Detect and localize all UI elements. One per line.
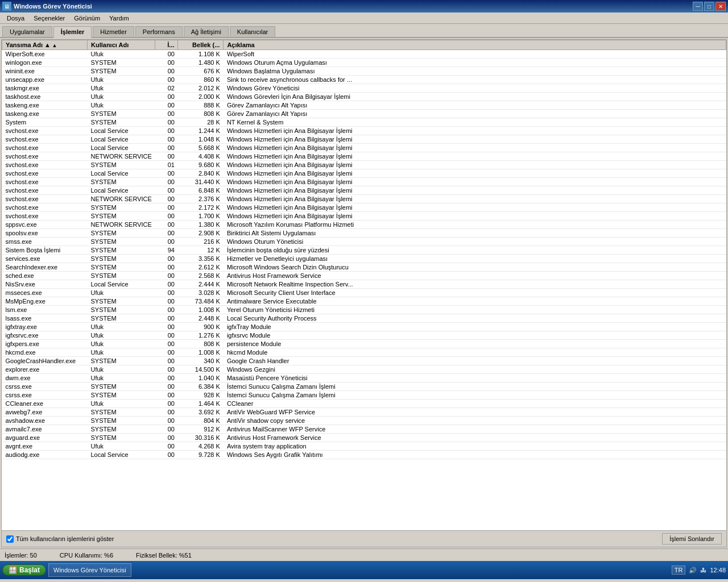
table-row[interactable]: avguard.exeSYSTEM0030.316 KAntivirus Hos…	[2, 434, 726, 442]
table-row[interactable]: explorer.exeUfuk0014.500 KWindows Gezgin…	[2, 365, 726, 374]
table-row[interactable]: taskeng.exeUfuk00888 KGörev Zamanlayıcı …	[2, 101, 726, 110]
cell-8-3: 28 K	[178, 118, 224, 127]
close-button[interactable]: ✕	[715, 2, 726, 11]
table-row[interactable]: igfxpers.exeUfuk00808 Kpersistence Modul…	[2, 340, 726, 348]
table-row[interactable]: dwm.exeUfuk001.040 KMasaüstü Pencere Yön…	[2, 374, 726, 383]
table-row[interactable]: svchost.exeLocal Service001.244 KWindows…	[2, 127, 726, 135]
table-row[interactable]: avwebg7.exeSYSTEM003.692 KAntiVir WebGua…	[2, 408, 726, 417]
cell-41-1: Ufuk	[88, 400, 155, 408]
cell-10-2: 00	[155, 135, 178, 144]
table-row[interactable]: svchost.exeLocal Service001.048 KWindows…	[2, 135, 726, 144]
table-row[interactable]: smss.exeSYSTEM00216 KWindows Oturum Yöne…	[2, 238, 726, 246]
cell-43-1: SYSTEM	[88, 417, 155, 425]
table-row[interactable]: GoogleCrashHandler.exeSYSTEM00340 KGoogl…	[2, 357, 726, 365]
cell-24-0: services.exe	[2, 255, 88, 263]
table-row[interactable]: csrss.exeSYSTEM006.384 Kİstemci Sunucu Ç…	[2, 383, 726, 391]
end-process-button[interactable]: İşlemi Sonlandır	[662, 533, 722, 544]
cell-23-2: 94	[155, 246, 178, 255]
menu-gorunum[interactable]: Görünüm	[69, 14, 105, 23]
table-row[interactable]: avshadow.exeSYSTEM00804 KAntiVir shadow …	[2, 417, 726, 425]
cell-36-0: GoogleCrashHandler.exe	[2, 357, 88, 365]
tab-ag-iletisimi[interactable]: Ağ İletişimi	[184, 26, 229, 37]
table-row[interactable]: unsecapp.exeUfuk00860 KSink to receive a…	[2, 76, 726, 84]
cell-38-0: dwm.exe	[2, 374, 88, 383]
table-row[interactable]: csrss.exeSYSTEM00928 Kİstemci Sunucu Çal…	[2, 391, 726, 400]
tab-performans[interactable]: Performans	[135, 26, 183, 37]
table-row[interactable]: MsMpEng.exeSYSTEM0073.484 KAntimalware S…	[2, 297, 726, 306]
table-row[interactable]: svchost.exeNETWORK SERVICE002.376 KWindo…	[2, 195, 726, 203]
app-icon: 🖥	[2, 2, 11, 11]
table-row[interactable]: lsm.exeSYSTEM001.008 KYerel Oturum Yönet…	[2, 306, 726, 314]
cell-31-2: 00	[155, 314, 178, 323]
table-row[interactable]: NisSrv.exeLocal Service002.444 KMicrosof…	[2, 280, 726, 289]
col-header-cpu[interactable]: İ...	[155, 40, 178, 50]
cell-30-2: 00	[155, 306, 178, 314]
table-row[interactable]: svchost.exeLocal Service006.848 KWindows…	[2, 186, 726, 195]
table-row[interactable]: svchost.exeSYSTEM002.172 KWindows Hizmet…	[2, 203, 726, 212]
table-row[interactable]: SearchIndexer.exeSYSTEM002.612 KMicrosof…	[2, 263, 726, 272]
start-button[interactable]: 🪟 Başlat	[2, 564, 46, 576]
tab-kullanicilar[interactable]: Kullanıcılar	[230, 26, 275, 37]
cell-45-2: 00	[155, 434, 178, 442]
cell-16-1: Local Service	[88, 186, 155, 195]
table-row[interactable]: WiperSoft.exeUfuk001.108 KWiperSoft	[2, 50, 726, 59]
table-row[interactable]: Sistem Boşta İşlemiSYSTEM9412 Kİşlemcini…	[2, 246, 726, 255]
start-label: Başlat	[19, 566, 40, 574]
tab-hizmetler[interactable]: Hizmetler	[93, 26, 134, 37]
minimize-button[interactable]: ─	[693, 2, 703, 11]
table-row[interactable]: taskmgr.exeUfuk022.012 KWindows Görev Yö…	[2, 84, 726, 93]
menu-dosya[interactable]: Dosya	[2, 14, 29, 23]
table-row[interactable]: lsass.exeSYSTEM002.448 KLocal Security A…	[2, 314, 726, 323]
cell-40-3: 928 K	[178, 391, 224, 400]
col-header-desc[interactable]: Açıklama	[224, 40, 726, 50]
table-row[interactable]: services.exeSYSTEM003.356 KHizmetler ve …	[2, 255, 726, 263]
table-row[interactable]: hkcmd.exeUfuk001.008 Khkcmd Module	[2, 348, 726, 357]
table-row[interactable]: wininit.exeSYSTEM00676 KWindows Başlatma…	[2, 67, 726, 76]
table-row[interactable]: SystemSYSTEM0028 KNT Kernel & System	[2, 118, 726, 127]
tab-uygulamalar[interactable]: Uygulamalar	[2, 26, 52, 37]
table-row[interactable]: sppsvc.exeNETWORK SERVICE001.380 KMicros…	[2, 221, 726, 229]
table-row[interactable]: svchost.exeSYSTEM019.680 KWindows Hizmet…	[2, 161, 726, 169]
cell-18-0: svchost.exe	[2, 203, 88, 212]
cell-11-0: svchost.exe	[2, 144, 88, 152]
table-row[interactable]: svchost.exeLocal Service005.668 KWindows…	[2, 144, 726, 152]
cell-41-3: 1.464 K	[178, 400, 224, 408]
cell-17-3: 2.376 K	[178, 195, 224, 203]
cell-27-0: NisSrv.exe	[2, 280, 88, 289]
cell-9-1: Local Service	[88, 127, 155, 135]
col-header-memory[interactable]: Bellek (...	[178, 40, 224, 50]
show-all-checkbox[interactable]	[6, 535, 14, 543]
process-count: İşlemler: 50	[5, 552, 37, 559]
cell-39-0: csrss.exe	[2, 383, 88, 391]
table-row[interactable]: taskeng.exeSYSTEM00808 KGörev Zamanlayıc…	[2, 110, 726, 118]
table-row[interactable]: audiodg.exeLocal Service009.728 KWindows…	[2, 451, 726, 459]
table-row[interactable]: svchost.exeSYSTEM001.700 KWindows Hizmet…	[2, 212, 726, 221]
table-row[interactable]: avgnt.exeUfuk004.268 KAvira system tray …	[2, 442, 726, 451]
col-header-name[interactable]: Yansıma Adı ▲	[2, 40, 88, 50]
show-all-label[interactable]: Tüm kullanıcıların işlemlerini göster	[6, 535, 114, 543]
tab-islemler[interactable]: İşlemler	[53, 26, 92, 38]
window-controls: ─ □ ✕	[693, 2, 726, 11]
table-row[interactable]: igfxtray.exeUfuk00900 KigfxTray Module	[2, 323, 726, 331]
table-row[interactable]: msseces.exeUfuk003.028 KMicrosoft Securi…	[2, 289, 726, 297]
process-table-container[interactable]: Yansıma Adı ▲ Kullanıcı Adı İ... Bellek …	[2, 40, 726, 530]
cell-46-0: avgnt.exe	[2, 442, 88, 451]
table-row[interactable]: taskhost.exeUfuk002.000 KWindows Görevle…	[2, 93, 726, 101]
table-row[interactable]: spoolsv.exeSYSTEM002.908 KBiriktirici Al…	[2, 229, 726, 238]
menu-secenekler[interactable]: Seçenekler	[29, 14, 69, 23]
table-row[interactable]: svchost.exeNETWORK SERVICE004.408 KWindo…	[2, 152, 726, 161]
table-row[interactable]: igfxsrvc.exeUfuk001.276 Kigfxsrvc Module	[2, 331, 726, 340]
cell-11-1: Local Service	[88, 144, 155, 152]
table-row[interactable]: svchost.exeSYSTEM0031.440 KWindows Hizme…	[2, 178, 726, 186]
cell-33-3: 1.276 K	[178, 331, 224, 340]
menu-yardim[interactable]: Yardım	[105, 14, 134, 23]
table-row[interactable]: sched.exeSYSTEM002.568 KAntivirus Host F…	[2, 272, 726, 280]
cell-47-1: Local Service	[88, 451, 155, 459]
table-row[interactable]: CCleaner.exeUfuk001.464 KCCleaner	[2, 400, 726, 408]
taskbar-app-button[interactable]: Windows Görev Yöneticisi	[48, 563, 131, 577]
table-row[interactable]: winlogon.exeSYSTEM001.480 KWindows Oturu…	[2, 59, 726, 67]
col-header-user[interactable]: Kullanıcı Adı	[88, 40, 155, 50]
table-row[interactable]: avmailc7.exeSYSTEM00912 KAntivirus MailS…	[2, 425, 726, 434]
table-row[interactable]: svchost.exeLocal Service002.840 KWindows…	[2, 169, 726, 178]
maximize-button[interactable]: □	[704, 2, 714, 11]
